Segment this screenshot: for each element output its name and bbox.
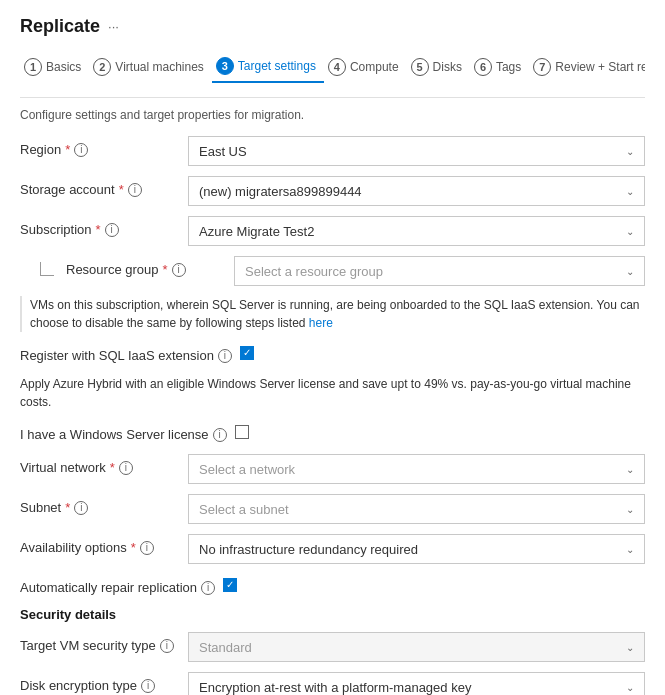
- sql-register-checkbox[interactable]: ✓: [240, 346, 254, 360]
- step-virtual-machines[interactable]: 2 Virtual machines: [89, 52, 212, 82]
- sql-register-info-icon[interactable]: i: [218, 349, 232, 363]
- subnet-chevron-icon: ⌄: [626, 504, 634, 515]
- auto-repair-info-icon[interactable]: i: [201, 581, 215, 595]
- region-chevron-icon: ⌄: [626, 146, 634, 157]
- page-title: Replicate ···: [20, 16, 645, 37]
- subscription-chevron-icon: ⌄: [626, 226, 634, 237]
- disk-encryption-row: Disk encryption type i Encryption at-res…: [20, 672, 645, 695]
- subnet-select[interactable]: Select a subnet ⌄: [188, 494, 645, 524]
- storage-chevron-icon: ⌄: [626, 186, 634, 197]
- sql-register-row: Register with SQL IaaS extension i ✓: [20, 342, 645, 363]
- storage-row: Storage account * i (new) migratersa8998…: [20, 176, 645, 206]
- security-type-select[interactable]: Standard ⌄: [188, 632, 645, 662]
- subnet-info-icon[interactable]: i: [74, 501, 88, 515]
- security-type-info-icon[interactable]: i: [160, 639, 174, 653]
- region-row: Region * i East US ⌄: [20, 136, 645, 166]
- disk-encryption-info-icon[interactable]: i: [141, 679, 155, 693]
- storage-info-icon[interactable]: i: [128, 183, 142, 197]
- resource-group-row: Resource group * i Select a resource gro…: [20, 256, 645, 286]
- virtual-network-chevron-icon: ⌄: [626, 464, 634, 475]
- storage-select[interactable]: (new) migratersa899899444 ⌄: [188, 176, 645, 206]
- resource-group-select[interactable]: Select a resource group ⌄: [234, 256, 645, 286]
- availability-chevron-icon: ⌄: [626, 544, 634, 555]
- virtual-network-info-icon[interactable]: i: [119, 461, 133, 475]
- sql-notice: VMs on this subscription, wherein SQL Se…: [20, 296, 645, 332]
- subnet-row: Subnet * i Select a subnet ⌄: [20, 494, 645, 524]
- windows-license-row: I have a Windows Server license i: [20, 421, 645, 442]
- step-target-settings[interactable]: 3 Target settings: [212, 51, 324, 83]
- availability-info-icon[interactable]: i: [140, 541, 154, 555]
- subscription-info-icon[interactable]: i: [105, 223, 119, 237]
- resource-group-info-icon[interactable]: i: [172, 263, 186, 277]
- resource-group-chevron-icon: ⌄: [626, 266, 634, 277]
- region-select[interactable]: East US ⌄: [188, 136, 645, 166]
- region-info-icon[interactable]: i: [74, 143, 88, 157]
- step-disks[interactable]: 5 Disks: [407, 52, 470, 82]
- windows-license-info-icon[interactable]: i: [213, 428, 227, 442]
- disk-encryption-select[interactable]: Encryption at-rest with a platform-manag…: [188, 672, 645, 695]
- wizard-steps: 1 Basics 2 Virtual machines 3 Target set…: [20, 51, 645, 83]
- windows-license-checkbox[interactable]: [235, 425, 249, 439]
- auto-repair-row: Automatically repair replication i ✓: [20, 574, 645, 595]
- disk-encryption-chevron-icon: ⌄: [626, 682, 634, 693]
- availability-row: Availability options * i No infrastructu…: [20, 534, 645, 564]
- sql-notice-link[interactable]: here: [309, 316, 333, 330]
- security-heading: Security details: [20, 607, 645, 622]
- virtual-network-row: Virtual network * i Select a network ⌄: [20, 454, 645, 484]
- step-tags[interactable]: 6 Tags: [470, 52, 529, 82]
- step-review[interactable]: 7 Review + Start replication: [529, 52, 645, 82]
- virtual-network-select[interactable]: Select a network ⌄: [188, 454, 645, 484]
- hybrid-notice: Apply Azure Hybrid with an eligible Wind…: [20, 375, 645, 411]
- form-subtitle: Configure settings and target properties…: [20, 108, 645, 122]
- step-compute[interactable]: 4 Compute: [324, 52, 407, 82]
- subscription-row: Subscription * i Azure Migrate Test2 ⌄: [20, 216, 645, 246]
- availability-select[interactable]: No infrastructure redundancy required ⌄: [188, 534, 645, 564]
- security-type-chevron-icon: ⌄: [626, 642, 634, 653]
- security-type-row: Target VM security type i Standard ⌄: [20, 632, 645, 662]
- step-basics[interactable]: 1 Basics: [20, 52, 89, 82]
- auto-repair-checkbox[interactable]: ✓: [223, 578, 237, 592]
- subscription-select[interactable]: Azure Migrate Test2 ⌄: [188, 216, 645, 246]
